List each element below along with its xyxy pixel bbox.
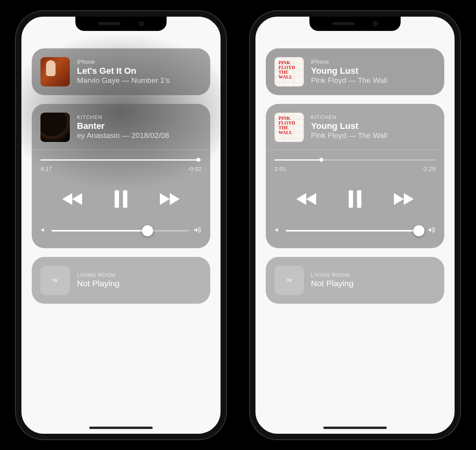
- device-label: LIVING ROOM: [77, 272, 119, 278]
- front-camera: [139, 21, 144, 26]
- device-label: iPhone: [311, 59, 387, 65]
- artist-album: Marvin Gaye — Number 1's: [77, 76, 170, 85]
- now-playing-kitchen-card: KITCHEN Banter ey Anastasio — 2018/02/08…: [32, 104, 210, 248]
- earpiece: [332, 22, 355, 25]
- track-title: Let's Get It On: [77, 66, 170, 76]
- track-title: Young Lust: [311, 121, 387, 131]
- previous-track-button[interactable]: [296, 192, 317, 206]
- control-center-audio: PINK FLOYD THE WALL iPhone Young Lust Pi…: [255, 17, 455, 434]
- remaining-time: -2:29: [422, 165, 436, 172]
- device-label: KITCHEN: [77, 114, 169, 120]
- album-art: PINK FLOYD THE WALL: [274, 113, 304, 142]
- volume-slider[interactable]: [286, 227, 423, 235]
- album-art: PINK FLOYD THE WALL: [274, 57, 304, 86]
- album-art: [40, 57, 70, 86]
- divider: [32, 150, 210, 150]
- remaining-time: -0:02: [188, 165, 202, 172]
- artist-album: Pink Floyd — The Wall: [311, 76, 387, 85]
- now-playing-livingroom-card[interactable]: tv LIVING ROOM Not Playing: [32, 257, 210, 304]
- next-track-button[interactable]: [159, 192, 180, 206]
- home-indicator[interactable]: [323, 427, 387, 429]
- pause-button[interactable]: [113, 190, 129, 209]
- volume-slider[interactable]: [52, 227, 189, 235]
- volume-high-icon: [194, 227, 202, 235]
- svg-rect-1: [123, 190, 127, 208]
- volume-high-icon: [428, 227, 436, 235]
- divider: [266, 150, 444, 150]
- appletv-icon: tv: [274, 266, 304, 295]
- notch: [75, 17, 167, 31]
- status-text: Not Playing: [311, 279, 353, 288]
- playback-scrubber[interactable]: [40, 156, 202, 164]
- status-text: Not Playing: [77, 279, 119, 288]
- phone-right: PINK FLOYD THE WALL iPhone Young Lust Pi…: [250, 11, 460, 439]
- volume-low-icon: [274, 227, 281, 235]
- control-center-audio: iPhone Let's Get It On Marvin Gaye — Num…: [21, 17, 221, 434]
- track-title: Young Lust: [311, 66, 387, 76]
- artist-album: ey Anastasio — 2018/02/08: [77, 131, 169, 140]
- pause-button[interactable]: [347, 190, 363, 209]
- appletv-icon: tv: [40, 266, 70, 295]
- next-track-button[interactable]: [393, 192, 415, 206]
- notch: [309, 17, 401, 31]
- elapsed-time: 4:17: [40, 165, 52, 172]
- album-art: [40, 113, 70, 142]
- track-title: Banter: [77, 121, 169, 131]
- svg-rect-2: [349, 190, 353, 208]
- now-playing-kitchen-card: PINK FLOYD THE WALL KITCHEN Young Lust P…: [266, 104, 444, 248]
- svg-rect-3: [357, 190, 361, 208]
- device-label: LIVING ROOM: [311, 272, 353, 278]
- elapsed-time: 1:01: [274, 165, 286, 172]
- now-playing-iphone-card[interactable]: iPhone Let's Get It On Marvin Gaye — Num…: [32, 48, 210, 95]
- phone-left: iPhone Let's Get It On Marvin Gaye — Num…: [16, 11, 226, 439]
- front-camera: [373, 21, 378, 26]
- home-indicator[interactable]: [89, 427, 153, 429]
- device-label: iPhone: [77, 59, 170, 65]
- now-playing-iphone-card[interactable]: PINK FLOYD THE WALL iPhone Young Lust Pi…: [266, 48, 444, 95]
- device-label: KITCHEN: [311, 114, 387, 120]
- artist-album: Pink Floyd — The Wall: [311, 131, 387, 140]
- earpiece: [98, 22, 121, 25]
- playback-scrubber[interactable]: [274, 156, 436, 164]
- volume-low-icon: [40, 227, 47, 235]
- previous-track-button[interactable]: [61, 192, 83, 206]
- now-playing-livingroom-card[interactable]: tv LIVING ROOM Not Playing: [266, 257, 444, 304]
- svg-rect-0: [115, 190, 119, 208]
